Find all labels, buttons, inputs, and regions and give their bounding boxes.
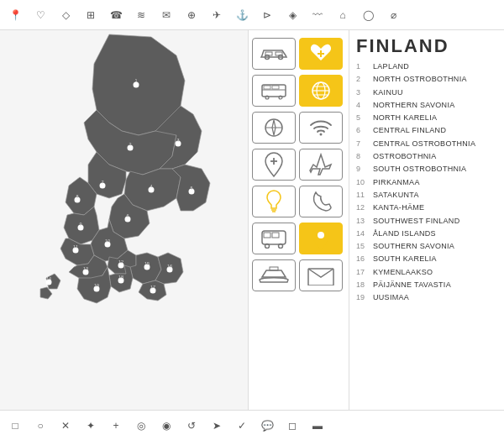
svg-text:10: 10 bbox=[105, 238, 110, 244]
location-pin-icon[interactable]: 📍 bbox=[7, 7, 24, 24]
map-section: .reg { fill: #5c5c5c; stroke: #999; stro… bbox=[0, 30, 248, 410]
icon-pair-5 bbox=[252, 185, 345, 218]
list-item: 13SOUTHWEST FINLAND bbox=[356, 215, 497, 228]
svg-rect-64 bbox=[264, 233, 270, 238]
location-pin-yellow-icon[interactable] bbox=[299, 223, 343, 254]
bt-refresh-icon[interactable]: ↺ bbox=[183, 417, 200, 434]
bt-square-icon[interactable]: □ bbox=[7, 417, 24, 434]
wifi-icon[interactable]: ≋ bbox=[133, 7, 150, 24]
navigate-icon[interactable]: ⊳ bbox=[259, 7, 276, 24]
tag-icon[interactable]: ⌀ bbox=[385, 7, 402, 24]
region-number: 9 bbox=[356, 163, 370, 175]
bt-location-icon[interactable]: ◉ bbox=[158, 417, 175, 434]
svg-text:19: 19 bbox=[94, 283, 99, 288]
list-item: 1LAPLAND bbox=[356, 60, 497, 73]
bt-target-icon[interactable]: ◎ bbox=[133, 417, 150, 434]
bt-plus-icon[interactable]: + bbox=[108, 417, 124, 434]
bt-star-icon[interactable]: ✦ bbox=[82, 417, 99, 434]
list-item: 19UUSIMAA bbox=[356, 291, 497, 304]
heart-plus-icon[interactable] bbox=[299, 38, 343, 70]
bt-chat-icon[interactable]: 💬 bbox=[259, 417, 276, 434]
car-icon[interactable] bbox=[252, 38, 296, 70]
svg-point-48 bbox=[265, 96, 269, 99]
svg-point-49 bbox=[279, 96, 282, 99]
bt-x-icon[interactable]: ✕ bbox=[57, 417, 74, 434]
svg-text:6: 6 bbox=[126, 213, 129, 218]
region-number: 7 bbox=[356, 138, 370, 150]
wifi-icon[interactable] bbox=[299, 112, 343, 144]
region-number: 10 bbox=[356, 176, 370, 189]
region-number: 19 bbox=[356, 291, 370, 304]
globe-icon[interactable]: ⊕ bbox=[183, 7, 200, 24]
region-number: 2 bbox=[356, 73, 370, 86]
svg-text:13: 13 bbox=[83, 266, 88, 271]
region-number: 4 bbox=[356, 99, 370, 112]
plane-icon[interactable]: ✈ bbox=[208, 7, 225, 24]
anchor-icon[interactable]: ⚓ bbox=[234, 7, 250, 24]
svg-text:4: 4 bbox=[150, 184, 152, 189]
plane-icon[interactable] bbox=[299, 149, 343, 181]
globe-icon[interactable] bbox=[299, 75, 343, 107]
region-name: NORTH OSTROBOTHNIA bbox=[373, 73, 467, 86]
svg-text:14: 14 bbox=[46, 276, 51, 281]
legend-list: 1LAPLAND2NORTH OSTROBOTHNIA3KAINUU4NORTH… bbox=[356, 60, 497, 305]
svg-rect-46 bbox=[264, 86, 270, 89]
bt-nav-icon[interactable]: ➤ bbox=[208, 417, 225, 434]
region-number: 16 bbox=[356, 253, 370, 265]
envelope-icon[interactable] bbox=[299, 259, 343, 291]
diamond-icon[interactable]: ◇ bbox=[57, 7, 74, 24]
svg-point-67 bbox=[279, 244, 283, 249]
waves-icon[interactable]: 〰 bbox=[309, 7, 326, 24]
compass-icon[interactable] bbox=[252, 112, 296, 144]
grid-icon[interactable]: ⊞ bbox=[82, 7, 99, 24]
svg-rect-47 bbox=[272, 86, 279, 89]
bt-bubble-icon[interactable]: ◻ bbox=[284, 417, 301, 434]
list-item: 2NORTH OSTROBOTHNIA bbox=[356, 73, 497, 86]
svg-text:1: 1 bbox=[134, 78, 137, 83]
phone-icon[interactable]: ☎ bbox=[108, 7, 124, 24]
email-icon[interactable]: ✉ bbox=[158, 7, 175, 24]
medical-pin-icon[interactable] bbox=[252, 149, 296, 181]
main-content: .reg { fill: #5c5c5c; stroke: #999; stro… bbox=[0, 30, 504, 410]
icon-pair-4 bbox=[252, 148, 345, 181]
region-number: 5 bbox=[356, 112, 370, 124]
list-item: 17KYMENLAAKSO bbox=[356, 266, 497, 279]
finland-map: .reg { fill: #5c5c5c; stroke: #999; stro… bbox=[0, 30, 248, 410]
svg-text:17: 17 bbox=[150, 285, 155, 290]
ferry-icon[interactable] bbox=[252, 259, 296, 291]
svg-point-68 bbox=[318, 232, 324, 238]
right-section: FINLAND 1LAPLAND2NORTH OSTROBOTHNIA3KAIN… bbox=[249, 30, 504, 410]
list-item: 3KAINUU bbox=[356, 86, 497, 99]
svg-text:2: 2 bbox=[129, 142, 131, 147]
bt-circle-icon[interactable]: ○ bbox=[32, 417, 49, 434]
region-number: 1 bbox=[356, 60, 370, 73]
region-name: SOUTH KARELIA bbox=[373, 253, 437, 265]
svg-rect-65 bbox=[272, 233, 279, 238]
region-number: 6 bbox=[356, 124, 370, 137]
list-item: 8OSTROBOTHNIA bbox=[356, 150, 497, 163]
list-item: 9SOUTH OSTROBOTHNIA bbox=[356, 163, 497, 175]
list-item: 7CENTRAL OSTROBOTHNIA bbox=[356, 138, 497, 150]
list-item: 18PÄIJÄNNE TAVASTIA bbox=[356, 279, 497, 291]
tram-icon[interactable] bbox=[252, 75, 296, 107]
svg-text:8: 8 bbox=[76, 194, 78, 199]
bus-icon[interactable] bbox=[252, 223, 296, 254]
region-name: KYMENLAAKSO bbox=[373, 266, 433, 279]
region-number: 18 bbox=[356, 279, 370, 291]
heart-icon[interactable]: ♡ bbox=[32, 7, 49, 24]
person-icon[interactable]: ◯ bbox=[360, 7, 376, 24]
svg-point-66 bbox=[265, 244, 270, 249]
svg-text:5: 5 bbox=[190, 186, 192, 191]
region-name: PIRKANMAA bbox=[373, 176, 420, 189]
legend-title: FINLAND bbox=[356, 35, 497, 57]
phone-icon[interactable] bbox=[299, 186, 343, 217]
svg-text:18: 18 bbox=[118, 275, 123, 280]
bottom-toolbar: □ ○ ✕ ✦ + ◎ ◉ ↺ ➤ ✓ 💬 ◻ ▬ bbox=[0, 410, 504, 440]
region-number: 12 bbox=[356, 202, 370, 214]
bulb-icon[interactable] bbox=[252, 186, 296, 217]
home-icon[interactable]: ⌂ bbox=[334, 7, 351, 24]
bt-bar-icon[interactable]: ▬ bbox=[309, 417, 326, 434]
region-name: CENTRAL OSTROBOTHNIA bbox=[373, 138, 475, 150]
bt-check-icon[interactable]: ✓ bbox=[234, 417, 250, 434]
water-icon[interactable]: ◈ bbox=[284, 7, 301, 24]
